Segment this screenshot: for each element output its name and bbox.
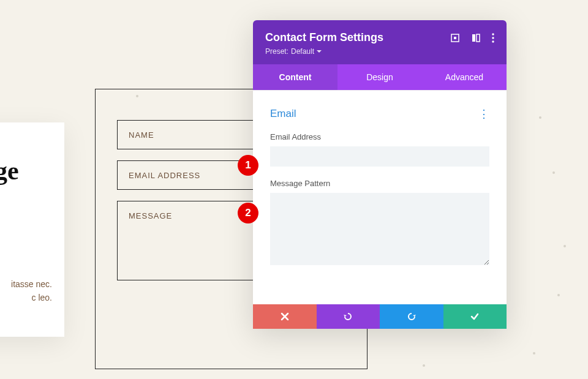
- svg-point-6: [492, 40, 494, 42]
- email-address-group: Email Address: [270, 132, 489, 167]
- message-pattern-input[interactable]: [270, 193, 489, 265]
- settings-panel: Contact Form Settings Preset: Default Co…: [253, 20, 507, 329]
- cancel-button[interactable]: [253, 304, 317, 329]
- message-label: MESSAGE: [129, 211, 172, 220]
- undo-button[interactable]: [317, 304, 380, 329]
- email-label: EMAIL ADDRESS: [129, 171, 200, 180]
- tab-design[interactable]: Design: [337, 64, 422, 90]
- save-button[interactable]: [443, 304, 507, 329]
- panel-header: Contact Form Settings Preset: Default: [253, 20, 507, 64]
- panel-title: Contact Form Settings: [265, 31, 450, 44]
- name-label: NAME: [129, 130, 154, 140]
- expand-icon[interactable]: [450, 33, 460, 43]
- tab-content[interactable]: Content: [253, 64, 337, 90]
- svg-rect-3: [477, 34, 480, 42]
- chevron-down-icon: [317, 49, 322, 54]
- undo-icon: [343, 312, 353, 321]
- layout-icon[interactable]: [471, 33, 481, 43]
- callout-badge-2: 2: [238, 203, 258, 223]
- email-address-input[interactable]: [270, 146, 489, 167]
- section-title[interactable]: Email: [270, 108, 296, 120]
- check-icon: [470, 312, 480, 321]
- svg-rect-1: [454, 37, 456, 39]
- tab-advanced[interactable]: Advanced: [422, 64, 507, 90]
- redo-button[interactable]: [380, 304, 443, 329]
- panel-footer: [253, 304, 507, 329]
- email-address-label: Email Address: [270, 132, 489, 141]
- message-pattern-group: Message Pattern: [270, 179, 489, 268]
- svg-rect-2: [472, 34, 475, 42]
- callout-badge-1: 1: [238, 155, 258, 176]
- kebab-menu-icon[interactable]: [492, 33, 494, 43]
- left-card-text: itasse nec. c leo.: [0, 277, 52, 305]
- section-header: Email ⋮: [270, 108, 489, 120]
- close-icon: [280, 312, 290, 321]
- preset-selector[interactable]: Preset: Default: [265, 47, 450, 56]
- panel-body: Email ⋮ Email Address Message Pattern: [253, 90, 507, 304]
- section-menu-icon[interactable]: ⋮: [478, 108, 489, 119]
- svg-point-5: [492, 37, 494, 39]
- svg-point-4: [492, 33, 494, 35]
- message-pattern-label: Message Pattern: [270, 179, 489, 188]
- redo-icon: [407, 312, 417, 321]
- panel-tabs: Content Design Advanced: [253, 64, 507, 90]
- left-card: age itasse nec. c leo.: [0, 122, 64, 337]
- left-card-title: age: [0, 156, 52, 186]
